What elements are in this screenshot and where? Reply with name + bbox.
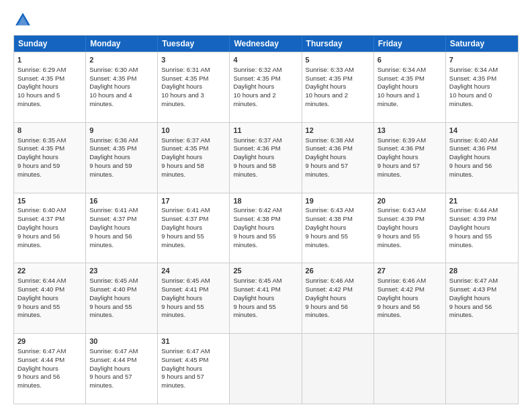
day-number: 11 — [233, 126, 298, 136]
calendar: SundayMondayTuesdayWednesdayThursdayFrid… — [13, 35, 519, 404]
sunrise-label: Sunrise: 6:29 AM — [17, 66, 66, 73]
calendar-cell: 12Sunrise: 6:38 AMSunset: 4:36 PMDayligh… — [302, 123, 374, 193]
logo-icon — [13, 11, 32, 30]
sunrise-label: Sunrise: 6:35 AM — [17, 136, 66, 144]
daylight-value: 9 hours and 56 minutes. — [89, 232, 132, 248]
calendar-cell: 4Sunrise: 6:32 AMSunset: 4:35 PMDaylight… — [230, 52, 302, 122]
daylight-value: 9 hours and 56 minutes. — [378, 303, 420, 319]
daylight-label: Daylight hours — [306, 83, 347, 90]
calendar-cell: 21Sunrise: 6:44 AMSunset: 4:39 PMDayligh… — [446, 193, 518, 263]
header-day-saturday: Saturday — [446, 36, 518, 52]
daylight-label: Daylight hours — [233, 83, 274, 90]
header-day-thursday: Thursday — [302, 36, 374, 52]
daylight-label: Daylight hours — [161, 224, 202, 231]
day-number: 20 — [378, 196, 442, 206]
daylight-label: Daylight hours — [306, 153, 347, 161]
sunrise-label: Sunrise: 6:40 AM — [449, 136, 498, 144]
daylight-value: 10 hours and 5 minutes. — [17, 91, 60, 107]
daylight-value: 10 hours and 2 minutes. — [233, 91, 275, 107]
sunset-label: Sunset: 4:38 PM — [306, 215, 353, 222]
daylight-value: 9 hours and 56 minutes. — [449, 303, 492, 319]
day-number: 25 — [233, 266, 298, 276]
sunset-label: Sunset: 4:36 PM — [449, 144, 496, 152]
daylight-label: Daylight hours — [378, 153, 418, 161]
day-number: 30 — [89, 336, 154, 347]
sunrise-label: Sunrise: 6:31 AM — [161, 66, 210, 73]
sunrise-label: Sunrise: 6:39 AM — [378, 136, 426, 144]
sunset-label: Sunset: 4:35 PM — [233, 75, 280, 82]
daylight-value: 9 hours and 59 minutes. — [89, 162, 132, 178]
day-number: 9 — [89, 126, 154, 136]
daylight-label: Daylight hours — [17, 365, 58, 372]
sunrise-label: Sunrise: 6:43 AM — [378, 206, 426, 214]
calendar-cell: 25Sunrise: 6:45 AMSunset: 4:41 PMDayligh… — [230, 263, 302, 333]
daylight-value: 9 hours and 57 minutes. — [306, 162, 348, 178]
daylight-value: 9 hours and 55 minutes. — [378, 232, 420, 248]
day-number: 15 — [17, 196, 82, 206]
sunset-label: Sunset: 4:35 PM — [89, 144, 136, 152]
daylight-value: 9 hours and 55 minutes. — [233, 232, 275, 248]
daylight-label: Daylight hours — [161, 294, 202, 302]
app-container: SundayMondayTuesdayWednesdayThursdayFrid… — [0, 0, 532, 411]
day-number: 16 — [89, 196, 154, 206]
daylight-label: Daylight hours — [449, 224, 490, 231]
sunset-label: Sunset: 4:35 PM — [17, 75, 64, 82]
sunrise-label: Sunrise: 6:34 AM — [378, 66, 426, 73]
calendar-cell: 30Sunrise: 6:47 AMSunset: 4:44 PMDayligh… — [86, 334, 158, 404]
day-number: 8 — [17, 126, 82, 136]
daylight-label: Daylight hours — [378, 224, 418, 231]
calendar-cell: 5Sunrise: 6:33 AMSunset: 4:35 PMDaylight… — [302, 52, 374, 122]
daylight-value: 9 hours and 56 minutes. — [306, 303, 348, 319]
sunset-label: Sunset: 4:35 PM — [17, 144, 64, 152]
daylight-value: 9 hours and 55 minutes. — [233, 303, 275, 319]
sunset-label: Sunset: 4:35 PM — [378, 75, 425, 82]
sunset-label: Sunset: 4:40 PM — [89, 285, 136, 293]
sunset-label: Sunset: 4:35 PM — [161, 75, 208, 82]
daylight-value: 9 hours and 56 minutes. — [17, 232, 60, 248]
sunrise-label: Sunrise: 6:47 AM — [161, 347, 210, 355]
sunrise-label: Sunrise: 6:32 AM — [233, 66, 281, 73]
calendar-cell: 11Sunrise: 6:37 AMSunset: 4:36 PMDayligh… — [230, 123, 302, 193]
header-day-tuesday: Tuesday — [158, 36, 230, 52]
sunset-label: Sunset: 4:41 PM — [161, 285, 208, 293]
calendar-cell: 28Sunrise: 6:47 AMSunset: 4:43 PMDayligh… — [446, 263, 518, 333]
sunrise-label: Sunrise: 6:47 AM — [449, 277, 498, 284]
daylight-value: 9 hours and 55 minutes. — [449, 232, 492, 248]
sunrise-label: Sunrise: 6:44 AM — [449, 206, 498, 214]
sunset-label: Sunset: 4:43 PM — [449, 285, 496, 293]
daylight-value: 9 hours and 59 minutes. — [17, 162, 60, 178]
calendar-cell: 7Sunrise: 6:34 AMSunset: 4:35 PMDaylight… — [446, 52, 518, 122]
sunset-label: Sunset: 4:39 PM — [449, 215, 496, 222]
sunrise-label: Sunrise: 6:46 AM — [306, 277, 354, 284]
header-day-sunday: Sunday — [14, 36, 86, 52]
daylight-value: 10 hours and 3 minutes. — [161, 91, 204, 107]
sunrise-label: Sunrise: 6:38 AM — [306, 136, 354, 144]
daylight-label: Daylight hours — [449, 294, 490, 302]
sunrise-label: Sunrise: 6:46 AM — [378, 277, 426, 284]
day-number: 17 — [161, 196, 226, 206]
calendar-cell — [230, 334, 302, 404]
calendar-cell: 13Sunrise: 6:39 AMSunset: 4:36 PMDayligh… — [374, 123, 446, 193]
day-number: 4 — [233, 55, 298, 65]
sunrise-label: Sunrise: 6:41 AM — [161, 206, 210, 214]
daylight-label: Daylight hours — [233, 224, 274, 231]
sunset-label: Sunset: 4:37 PM — [89, 215, 136, 222]
sunrise-label: Sunrise: 6:43 AM — [306, 206, 354, 214]
calendar-body: 1Sunrise: 6:29 AMSunset: 4:35 PMDaylight… — [14, 52, 518, 404]
sunrise-label: Sunrise: 6:47 AM — [17, 347, 66, 355]
sunset-label: Sunset: 4:36 PM — [306, 144, 353, 152]
daylight-value: 10 hours and 4 minutes. — [89, 91, 132, 107]
sunset-label: Sunset: 4:44 PM — [89, 356, 136, 363]
day-number: 1 — [17, 55, 82, 65]
sunrise-label: Sunrise: 6:45 AM — [89, 277, 138, 284]
calendar-cell: 2Sunrise: 6:30 AMSunset: 4:35 PMDaylight… — [86, 52, 158, 122]
daylight-label: Daylight hours — [17, 224, 58, 231]
daylight-label: Daylight hours — [306, 224, 347, 231]
calendar-row: 22Sunrise: 6:44 AMSunset: 4:40 PMDayligh… — [14, 263, 518, 333]
sunset-label: Sunset: 4:35 PM — [306, 75, 353, 82]
day-number: 10 — [161, 126, 226, 136]
day-number: 26 — [306, 266, 370, 276]
day-number: 31 — [161, 336, 226, 347]
header-day-wednesday: Wednesday — [230, 36, 302, 52]
calendar-header: SundayMondayTuesdayWednesdayThursdayFrid… — [14, 36, 518, 52]
